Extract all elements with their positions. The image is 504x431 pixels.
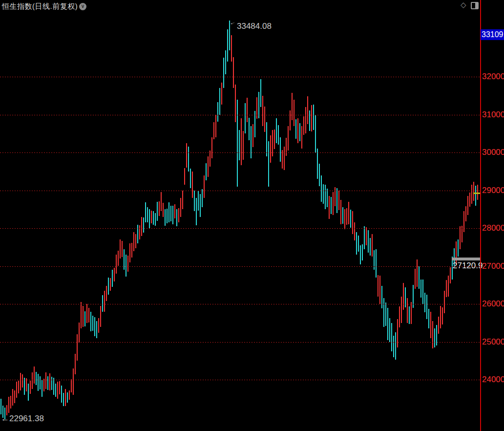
y-axis-tick: 27000 xyxy=(482,261,504,271)
gridline xyxy=(0,342,480,343)
hover-price-bar xyxy=(452,258,480,260)
gridline xyxy=(0,152,480,153)
gridline xyxy=(0,266,480,267)
current-price-axis-label: 33109. xyxy=(481,29,504,40)
y-axis-tick: 28000 xyxy=(482,223,504,233)
hover-price-label: 27120.9 xyxy=(453,261,483,271)
gridline xyxy=(0,304,480,304)
last-close-tick xyxy=(473,193,480,194)
gridline xyxy=(0,77,480,77)
y-axis-tick: 25000 xyxy=(482,337,504,347)
y-axis-tick: 24000 xyxy=(482,375,504,385)
candlestick-plot[interactable]: ← 33484.08 ←22961.38 27120.9 xyxy=(0,0,480,431)
stock-chart-app: 恒生指数(日线.前复权) ∨ ◇ ← 33484.08 ←22961.38 27… xyxy=(0,0,504,431)
gridline xyxy=(0,115,480,115)
y-axis-tick: 31000 xyxy=(482,110,504,120)
gridline xyxy=(0,380,480,380)
gridline xyxy=(0,191,480,191)
high-annotation: 33484.08 xyxy=(237,22,272,31)
y-axis-tick: 26000 xyxy=(482,299,504,309)
y-axis-tick: 30000 xyxy=(482,148,504,157)
y-axis-line xyxy=(480,0,481,431)
low-annotation: ←22961.38 xyxy=(1,414,44,424)
y-axis-tick: 32000 xyxy=(482,72,504,82)
y-axis-tick: 29000 xyxy=(482,186,504,195)
gridline xyxy=(0,228,480,229)
candlestick-series xyxy=(0,0,480,431)
